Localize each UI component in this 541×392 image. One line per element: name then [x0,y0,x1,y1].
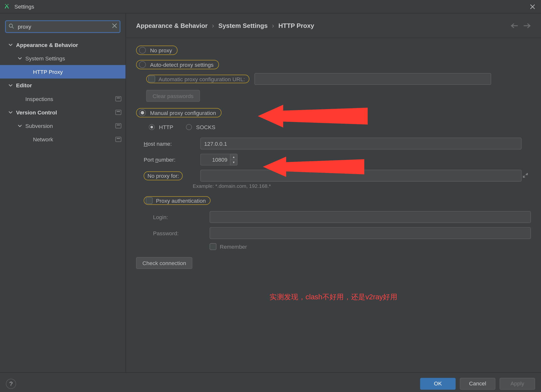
crumb-http-proxy: HTTP Proxy [278,22,314,29]
search-icon [9,23,14,29]
project-scope-icon [115,123,121,128]
radio-label: No proxy [150,47,172,54]
tree-label: Subversion [25,123,53,129]
host-name-label: HHost name:ost name: [144,140,194,147]
help-button[interactable]: ? [6,379,16,389]
checkbox-icon [146,197,153,204]
checkbox-auto-config-url[interactable]: Automatic proxy configuration URL: [146,75,249,83]
expand-icon[interactable] [522,172,528,178]
nav-back-icon[interactable] [511,22,518,28]
radio-label: SOCKS [196,124,215,130]
ok-button[interactable]: OK [420,378,456,389]
tree-inspections[interactable]: Inspections [0,92,126,105]
cancel-button[interactable]: Cancel [460,378,495,389]
close-icon[interactable] [528,2,538,11]
clear-passwords-button[interactable]: Clear passwords [146,90,200,102]
chevron-down-icon [18,56,24,60]
spinner-up-icon[interactable]: ▲ [230,154,237,160]
checkbox-label: Proxy authentication [156,197,206,204]
radio-icon [139,47,146,54]
checkbox-remember[interactable]: Remember [210,243,531,250]
login-input [210,211,531,223]
port-number-label: Port number:Port number: [144,157,194,163]
radio-no-proxy[interactable]: No proxy [136,45,177,55]
chevron-right-icon: › [272,22,274,29]
no-proxy-for-label: No proxy for: [144,171,183,180]
radio-icon [186,124,192,130]
tree-label: System Settings [25,55,65,61]
tree-editor[interactable]: Editor [0,78,126,92]
svg-point-2 [9,24,13,27]
svg-line-3 [12,27,14,28]
tree-label: Inspections [25,96,53,102]
nav-forward-icon[interactable] [523,22,531,28]
radio-icon [139,61,146,68]
checkbox-label: Remember [220,243,247,250]
tree-label: HTTP Proxy [33,69,63,75]
checkbox-proxy-auth[interactable]: Proxy authentication [144,196,210,205]
host-name-input[interactable] [200,138,521,149]
chevron-down-icon [9,83,14,87]
radio-manual-proxy[interactable]: Manual proxy configuration [136,108,222,117]
check-connection-button[interactable]: Check connection [136,257,192,269]
settings-tree: Appearance & Behavior System Settings HT… [0,38,126,146]
spinner-down-icon[interactable]: ▼ [230,160,237,165]
svg-point-0 [5,4,6,5]
tree-label: Network [33,136,53,143]
tree-system-settings[interactable]: System Settings [0,52,126,65]
radio-label: Auto-detect proxy settings [150,61,214,68]
radio-label: Manual proxy configuration [150,110,216,116]
sidebar: Appearance & Behavior System Settings HT… [0,13,126,372]
project-scope-icon [115,137,121,142]
tree-http-proxy[interactable]: HTTP Proxy [0,65,126,78]
no-proxy-example: Example: *.domain.com, 192.168.* [193,183,531,189]
android-studio-icon [3,3,10,10]
apply-button[interactable]: Apply [500,378,535,389]
titlebar: Settings [0,0,541,13]
chevron-down-icon [18,124,24,128]
settings-search-input[interactable] [5,20,120,33]
radio-auto-detect[interactable]: Auto-detect proxy settings [136,60,219,69]
tree-appearance-behavior[interactable]: Appearance & Behavior [0,38,126,51]
auto-config-url-input [255,73,491,85]
port-number-input[interactable]: ▲ ▼ [200,154,237,165]
checkbox-label: Automatic proxy configuration URL: [158,76,245,82]
tree-network[interactable]: Network [0,133,126,146]
no-proxy-for-input[interactable] [200,170,521,181]
chevron-down-icon [9,43,14,47]
chevron-right-icon: › [212,22,214,29]
tree-subversion[interactable]: Subversion [0,119,126,133]
checkbox-icon [148,76,155,82]
tree-label: Appearance & Behavior [16,42,78,48]
radio-icon [149,124,155,130]
proxy-form: No proxy Auto-detect proxy settings Auto… [126,38,541,372]
port-number-field[interactable] [200,154,230,165]
crumb-appearance[interactable]: Appearance & Behavior [136,22,208,29]
project-scope-icon [115,96,121,101]
clear-search-icon[interactable] [112,23,117,28]
window-title: Settings [14,3,528,10]
dialog-footer: ? OK Cancel Apply [0,372,541,392]
radio-label: HTTP [159,124,173,130]
password-input [210,227,531,239]
chevron-down-icon [9,110,14,114]
tree-version-control[interactable]: Version Control [0,106,126,119]
tree-label: Editor [16,82,32,89]
crumb-system-settings[interactable]: System Settings [218,22,268,29]
radio-socks[interactable]: SOCKS [186,124,215,130]
svg-point-1 [8,4,8,5]
project-scope-icon [115,110,121,115]
password-label: Password: [153,230,204,236]
login-label: Login: [153,214,204,220]
checkbox-icon [210,243,216,250]
radio-http[interactable]: HTTP [149,124,173,130]
annotation-note: 实测发现，clash不好用，还是v2ray好用 [136,292,531,302]
tree-label: Version Control [16,109,57,115]
breadcrumb: Appearance & Behavior › System Settings … [126,13,541,38]
radio-icon [139,109,146,116]
